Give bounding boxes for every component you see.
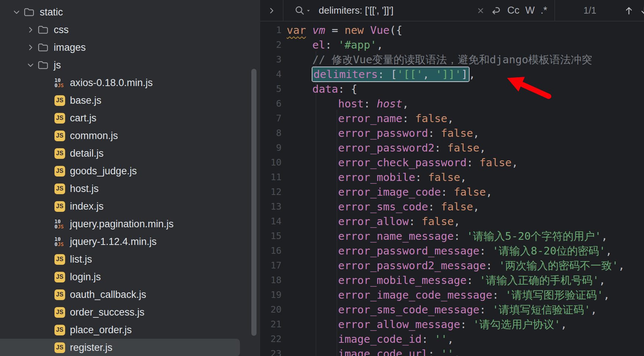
code-line-23[interactable]: 23 image_code_url: '', [260,346,644,356]
code-line-10[interactable]: 10 error_check_password: false, [260,155,644,170]
line-number[interactable]: 1 [260,23,282,38]
tree-item-oauth_callback.js[interactable]: JSoauth_callback.js [0,286,260,303]
line-number[interactable]: 3 [260,52,282,67]
line-number[interactable]: 9 [260,140,282,155]
divider [555,0,555,21]
line-number[interactable]: 20 [260,302,282,317]
tree-item-cart.js[interactable]: JScart.js [0,109,260,127]
code-line-20[interactable]: 20 error_sms_code_message: '请填写短信验证码', [260,302,644,317]
tree-item-common.js[interactable]: JScommon.js [0,127,260,145]
expand-find-options-button[interactable] [260,0,283,21]
tree-item-goods_judge.js[interactable]: JSgoods_judge.js [0,162,260,180]
tree-item-js[interactable]: js [0,56,260,74]
code-text: error_password2_message: '两次输入的密码不一致', [287,258,625,273]
tree-item-css[interactable]: css [0,21,260,39]
js-file-icon: JS [54,272,65,282]
code-line-18[interactable]: 18 error_mobile_message: '请输入正确的手机号码', [260,273,644,288]
match-case-toggle[interactable]: Cc [507,5,520,16]
code-line-2[interactable]: 2 el: '#app', [260,38,644,52]
tree-item-label: detail.js [70,148,104,159]
tree-item-order_success.js[interactable]: JSorder_success.js [0,303,260,321]
code-line-15[interactable]: 15 error_name_message: '请输入5-20个字符的用户', [260,229,644,243]
line-number[interactable]: 14 [260,214,282,229]
js-file-icon: JS [54,166,65,177]
code-line-5[interactable]: 5 data: { [260,82,644,96]
code-line-17[interactable]: 17 error_password2_message: '两次输入的密码不一致'… [260,258,644,273]
minified-js-file-icon: 100JS [54,76,66,89]
tree-item-label: static [40,7,63,18]
search-results-count: 1/1 [562,5,618,16]
tree-item-axios-0.18.0.min.js[interactable]: 100JSaxios-0.18.0.min.js [0,74,260,92]
tree-item-base.js[interactable]: JSbase.js [0,92,260,109]
line-number[interactable]: 21 [260,317,282,332]
code-line-12[interactable]: 12 error_image_code: false, [260,185,644,199]
line-number[interactable]: 19 [260,288,282,302]
line-number[interactable]: 15 [260,229,282,243]
line-number[interactable]: 10 [260,155,282,170]
tree-item-label: base.js [70,95,102,106]
code-editor[interactable]: 1var vm = new Vue({2 el: '#app',3 // 修改V… [260,22,644,356]
code-line-13[interactable]: 13 error_sms_code: false, [260,199,644,214]
chevron-right-icon[interactable] [24,41,37,54]
search-type-dropdown[interactable] [294,5,311,16]
code-line-16[interactable]: 16 error_password_message: '请输入8-20位的密码'… [260,243,644,258]
js-file-icon: JS [54,307,65,318]
line-number[interactable]: 12 [260,185,282,199]
chevron-down-icon[interactable] [10,6,23,18]
clear-search-button[interactable] [477,7,485,15]
line-number[interactable]: 16 [260,243,282,258]
tree-item-jquery.pagination.min.js[interactable]: 100JSjquery.pagination.min.js [0,215,260,233]
line-number[interactable]: 17 [260,258,282,273]
tree-item-register.js[interactable]: JSregister.js [0,339,240,356]
code-line-14[interactable]: 14 error_allow: false, [260,214,644,229]
line-number[interactable]: 2 [260,38,282,52]
line-number[interactable]: 18 [260,273,282,288]
code-line-3[interactable]: 3 // 修改Vue变量的读取语法，避免和django模板语法冲突 [260,52,644,67]
code-line-6[interactable]: 6 host: host, [260,96,644,111]
line-number[interactable]: 8 [260,126,282,140]
line-number[interactable]: 23 [260,346,282,356]
line-number[interactable]: 11 [260,170,282,185]
code-text: error_sms_code_message: '请填写短信验证码', [287,302,597,317]
code-line-7[interactable]: 7 error_name: false, [260,111,644,126]
line-number[interactable]: 5 [260,82,282,96]
chevron-down-icon[interactable] [24,59,37,71]
code-line-8[interactable]: 8 error_password: false, [260,126,644,140]
previous-occurrence-button[interactable] [623,5,634,16]
regex-toggle[interactable]: .* [541,5,547,16]
tree-item-list.js[interactable]: JSlist.js [0,250,260,268]
file-tree: staticcssimagesjs100JSaxios-0.18.0.min.j… [0,3,260,356]
tree-item-static[interactable]: static [0,3,260,21]
code-line-21[interactable]: 21 error_allow_message: '请勾选用户协议', [260,317,644,332]
next-occurrence-button[interactable] [639,5,644,16]
code-line-9[interactable]: 9 error_password2: false, [260,140,644,155]
new-line-button[interactable] [490,5,502,17]
tree-item-jquery-1.12.4.min.js[interactable]: 100JSjquery-1.12.4.min.js [0,233,260,250]
tree-item-place_order.js[interactable]: JSplace_order.js [0,321,260,339]
chevron-right-icon[interactable] [24,24,37,36]
minified-js-file-icon: 100JS [54,235,66,248]
js-file-icon: JS [54,325,65,335]
code-line-1[interactable]: 1var vm = new Vue({ [260,23,644,38]
line-number[interactable]: 7 [260,111,282,126]
tree-item-images[interactable]: images [0,39,260,56]
line-number[interactable]: 13 [260,199,282,214]
tree-item-host.js[interactable]: JShost.js [0,180,260,197]
code-line-11[interactable]: 11 error_mobile: false, [260,170,644,185]
search-input[interactable]: delimiters: ['[[', ']]'] [319,5,477,16]
tree-item-index.js[interactable]: JSindex.js [0,197,260,215]
code-line-19[interactable]: 19 error_image_code_message: '请填写图形验证码', [260,288,644,302]
line-number[interactable]: 6 [260,96,282,111]
tree-item-label: list.js [70,254,92,265]
tree-scrollbar-thumb[interactable] [251,69,256,336]
code-text: error_allow_message: '请勾选用户协议', [287,317,567,332]
whole-words-toggle[interactable]: W [526,5,535,16]
code-text: el: '#app', [287,38,383,52]
code-line-4[interactable]: 4 delimiters: ['[[', ']]'], [260,67,644,82]
tree-item-detail.js[interactable]: JSdetail.js [0,145,260,162]
code-text: error_mobile_message: '请输入正确的手机号码', [287,273,605,288]
line-number[interactable]: 4 [260,67,282,82]
tree-item-login.js[interactable]: JSlogin.js [0,268,260,286]
code-line-22[interactable]: 22 image_code_id: '', [260,332,644,346]
line-number[interactable]: 22 [260,332,282,346]
